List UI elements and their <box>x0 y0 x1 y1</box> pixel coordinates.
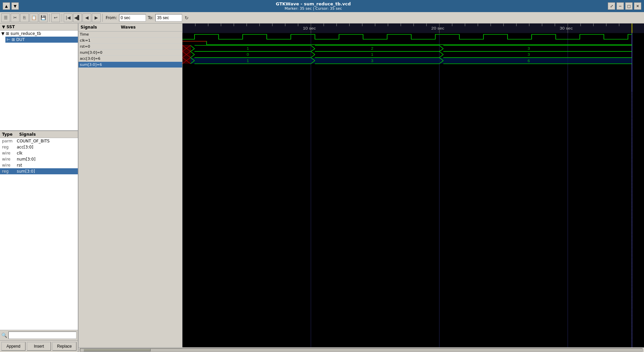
sig-rst-row: rst=0 <box>78 44 182 50</box>
signals-col-header: Signals <box>19 132 36 137</box>
sub-module-icon: ⊞ <box>11 37 15 42</box>
svg-text:0: 0 <box>247 53 249 56</box>
sig-time-row: Time <box>78 32 182 38</box>
signal-names-header: Signals Waves <box>78 24 182 32</box>
sum-wave: 1 3 6 <box>182 57 632 63</box>
svg-text:3: 3 <box>528 53 530 56</box>
wave-display[interactable]: 10 sec 20 sec 30 sec <box>182 24 644 347</box>
tree-arrow-icon: ▼ <box>1 31 4 36</box>
signals-list[interactable]: parm COUNT_OF_BITS reg acc[3:0] wire clk… <box>0 138 78 330</box>
from-input[interactable] <box>119 14 146 21</box>
wave-svg: 10 sec 20 sec 30 sec <box>182 24 644 347</box>
titlebar-controls: ⤢ ─ □ ✕ <box>608 2 641 10</box>
close-btn[interactable]: ✕ <box>634 2 641 10</box>
tree-item-label: sum_reduce_tb <box>10 31 41 36</box>
acc-label: acc[3:0]=6 <box>80 56 100 61</box>
signal-name-rst: rst <box>17 163 76 168</box>
sep1 <box>49 14 50 22</box>
search-icon: 🔍 <box>1 333 7 338</box>
svg-text:1: 1 <box>247 47 249 50</box>
signal-name-sum: sum[3:0] <box>17 169 76 174</box>
toolbar: ☰ ✂ ⎘ 📋 💾 ↩ |◀ ◀▌ ◀ ▶ From: To: ↻ <box>0 12 644 24</box>
minimize-btn[interactable]: ─ <box>616 2 624 10</box>
to-label: To: <box>148 15 154 20</box>
sep2 <box>62 14 62 22</box>
sst-section: ▼ SST ▼ ⊞ sum_reduce_tb ⊢ ⊞ DUT <box>0 24 78 131</box>
nav-fwd-btn[interactable]: ▶ <box>92 13 101 22</box>
search-bar: 🔍 <box>0 330 78 340</box>
svg-rect-82 <box>182 57 632 63</box>
up-btn[interactable]: ▲ <box>3 2 10 10</box>
to-input[interactable] <box>155 14 182 21</box>
main-area: ▼ SST ▼ ⊞ sum_reduce_tb ⊢ ⊞ DUT Type <box>0 24 644 352</box>
cut-btn[interactable]: ✂ <box>11 13 19 22</box>
signals-waves-header: Signals Waves <box>80 25 136 30</box>
save-btn[interactable]: 💾 <box>39 13 48 22</box>
signal-type-wire2: wire <box>2 157 14 162</box>
sst-arrow: ▼ <box>2 25 5 29</box>
signal-type-reg2: reg <box>2 169 14 174</box>
signal-row-num[interactable]: wire num[3:0] <box>0 156 78 162</box>
svg-text:20 sec: 20 sec <box>431 26 444 31</box>
signal-row-acc[interactable]: reg acc[3:0] <box>0 144 78 150</box>
signal-row-count_of_bits[interactable]: parm COUNT_OF_BITS <box>0 138 78 144</box>
undo-btn[interactable]: ↩ <box>51 13 60 22</box>
sig-clk-row: clk=1 <box>78 38 182 44</box>
maximize-btn[interactable]: □ <box>625 2 633 10</box>
type-signals-header: Type Signals <box>0 131 78 138</box>
right-panel: Signals Waves Time clk=1 rst=0 <box>78 24 644 352</box>
sig-sum-row: sum[3:0]=6 <box>78 62 182 68</box>
signal-type-wire3: wire <box>2 163 14 168</box>
nav-back-btn[interactable]: ◀ <box>83 13 91 22</box>
titlebar-center: GTKWave - sum_reduce_tb.vcd Marker: 35 s… <box>19 1 608 11</box>
tree-item-label-dut: DUT <box>16 37 25 42</box>
svg-rect-0 <box>182 24 644 347</box>
sst-item-sum_reduce_tb[interactable]: ▼ ⊞ sum_reduce_tb <box>0 31 78 37</box>
expand-btn[interactable]: ⤢ <box>608 2 615 10</box>
search-input[interactable] <box>8 332 76 339</box>
sig-acc-row: acc[3:0]=6 <box>78 56 182 62</box>
clk-label: clk=1 <box>80 38 91 43</box>
module-icon: ⊞ <box>6 31 9 36</box>
signal-names-list: Time clk=1 rst=0 num[3:0]=0 acc[3:0]=6 <box>78 32 182 347</box>
nav-prev-btn[interactable]: ◀▌ <box>73 13 82 22</box>
signal-row-rst[interactable]: wire rst <box>0 162 78 168</box>
signal-row-sum[interactable]: reg sum[3:0] <box>0 168 78 174</box>
sst-tree[interactable]: ▼ ⊞ sum_reduce_tb ⊢ ⊞ DUT <box>0 31 78 130</box>
menu-btn[interactable]: ☰ <box>1 13 10 22</box>
signal-name-clk: clk <box>17 151 76 156</box>
svg-text:10 sec: 10 sec <box>303 26 316 31</box>
title-bar: ▲ ▼ GTKWave - sum_reduce_tb.vcd Marker: … <box>0 0 644 12</box>
signal-type-parm: parm <box>2 139 14 143</box>
window-title: GTKWave - sum_reduce_tb.vcd <box>19 1 608 6</box>
insert-button[interactable]: Insert <box>27 342 51 351</box>
sst-item-dut[interactable]: ⊢ ⊞ DUT <box>5 37 78 43</box>
signal-names-col: Signals Waves Time clk=1 rst=0 <box>78 24 182 347</box>
svg-rect-1 <box>182 24 644 33</box>
titlebar-left-controls: ▲ ▼ <box>3 2 19 10</box>
svg-text:3: 3 <box>528 47 530 50</box>
h-scrollbar[interactable] <box>78 347 644 352</box>
nav-start-btn[interactable]: |◀ <box>64 13 72 22</box>
svg-text:1: 1 <box>247 59 249 63</box>
svg-text:6: 6 <box>528 59 530 63</box>
type-col-header: Type <box>2 132 12 137</box>
append-button[interactable]: Append <box>1 342 25 351</box>
svg-text:1: 1 <box>371 53 373 56</box>
replace-button[interactable]: Replace <box>52 342 76 351</box>
signal-type-reg1: reg <box>2 145 14 149</box>
svg-text:3: 3 <box>371 59 373 63</box>
down-btn[interactable]: ▼ <box>11 2 19 10</box>
signal-row-clk[interactable]: wire clk <box>0 150 78 156</box>
type-signals-section: Type Signals parm COUNT_OF_BITS reg acc[… <box>0 131 78 330</box>
refresh-btn[interactable]: ↻ <box>183 14 190 21</box>
paste-btn[interactable]: 📋 <box>30 13 38 22</box>
signal-type-wire1: wire <box>2 151 14 156</box>
from-label: From: <box>106 15 117 20</box>
time-label: Time <box>80 32 89 37</box>
copy-btn[interactable]: ⎘ <box>20 13 29 22</box>
sum-label: sum[3:0]=6 <box>80 62 102 67</box>
tree-dash-icon: ⊢ <box>7 37 10 42</box>
sep3 <box>102 14 103 22</box>
bottom-buttons: Append Insert Replace <box>0 340 78 352</box>
